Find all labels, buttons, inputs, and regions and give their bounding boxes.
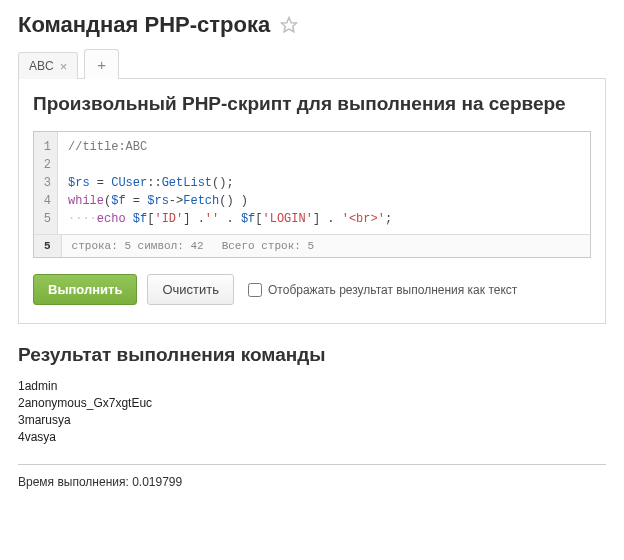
code-token: ] . [313,212,342,226]
code-token: = [126,194,148,208]
tab-add[interactable]: + [84,49,119,79]
result-line: 4vasya [18,429,606,446]
code-token: :: [147,176,161,190]
code-token: 'ID' [154,212,183,226]
code-token: echo [97,212,126,226]
code-token: GetList [162,176,212,190]
plus-icon: + [97,56,106,73]
tab-label: ABC [29,59,54,73]
code-token: $f [241,212,255,226]
result-title: Результат выполнения команды [0,338,624,378]
code-token: = [90,176,112,190]
display-as-text-option[interactable]: Отображать результат выполнения как текс… [248,283,517,297]
exec-time-value: 0.019799 [132,475,182,489]
code-token: ] . [183,212,205,226]
star-icon[interactable] [280,16,298,34]
divider [18,464,606,465]
result-line: 1admin [18,378,606,395]
line-number: 1 [40,138,51,156]
code-token: $f [111,194,125,208]
tab-bar: ABC × + [0,48,624,78]
result-line: 2anonymous_Gx7xgtEuc [18,395,606,412]
action-bar: Выполнить Очистить Отображать результат … [19,258,605,323]
clear-button[interactable]: Очистить [147,274,234,305]
line-number: 4 [40,192,51,210]
code-token: $rs [147,194,169,208]
code-token: Fetch [183,194,219,208]
exec-time-label: Время выполнения: [18,475,132,489]
code-token: CUser [111,176,147,190]
code-editor[interactable]: 1 2 3 4 5 //title:ABC $rs = CUser::GetLi… [33,131,591,258]
code-token: (); [212,176,234,190]
code-token: . [219,212,241,226]
editor-status-bar: 5 строка: 5 символ: 42 Всего строк: 5 [34,234,590,257]
code-token: -> [169,194,183,208]
code-token: '<br>' [342,212,385,226]
code-token: '' [205,212,219,226]
line-number: 3 [40,174,51,192]
code-token: ···· [68,212,97,226]
code-token [126,212,133,226]
code-token: while [68,194,104,208]
page-header: Командная PHP-строка [0,0,624,48]
line-number: 5 [40,210,51,228]
script-panel: Произвольный PHP-скрипт для выполнения н… [18,78,606,324]
editor-gutter: 1 2 3 4 5 [34,132,58,234]
panel-title: Произвольный PHP-скрипт для выполнения н… [19,79,605,131]
status-current-line: 5 [34,235,62,257]
result-line: 3marusya [18,412,606,429]
display-as-text-checkbox[interactable] [248,283,262,297]
code-token: 'LOGIN' [262,212,312,226]
execute-button[interactable]: Выполнить [33,274,137,305]
result-output: 1admin 2anonymous_Gx7xgtEuc 3marusya 4va… [0,378,624,456]
line-number: 2 [40,156,51,174]
status-cursor-pos: строка: 5 символ: 42 [72,240,204,252]
code-token: //title:ABC [68,140,147,154]
svg-marker-0 [282,18,297,32]
code-token: $f [133,212,147,226]
code-area[interactable]: //title:ABC $rs = CUser::GetList(); whil… [58,132,590,234]
close-icon[interactable]: × [60,60,68,73]
tab-abc[interactable]: ABC × [18,52,78,79]
page-title: Командная PHP-строка [18,12,270,38]
status-total-lines: Всего строк: 5 [222,240,314,252]
code-token: ; [385,212,392,226]
execution-time: Время выполнения: 0.019799 [0,473,624,499]
code-token: $rs [68,176,90,190]
checkbox-label: Отображать результат выполнения как текс… [268,283,517,297]
code-token: () ) [219,194,248,208]
